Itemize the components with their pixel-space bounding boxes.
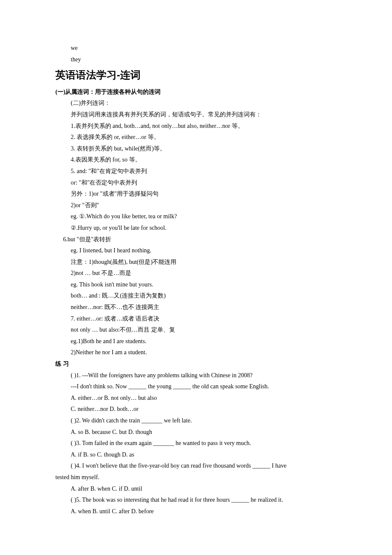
item-eg2: 2)Neither he nor I am a student. <box>55 347 349 358</box>
section-1-heading: (一)从属连词：用于连接各种从句的连词 <box>55 87 349 98</box>
q1-line1: ( )1. ---Will the foreigners have any pr… <box>55 370 349 382</box>
q3-line1: ( )3. Tom failed in the exam again _____… <box>55 438 349 449</box>
item-4: 4.表因果关系的 for, so 等。 <box>55 154 349 166</box>
pre-text-1: we <box>55 43 349 54</box>
q2-line1: ( )2. We didn't catch the train _______ … <box>55 415 349 427</box>
item-both-and: both… and : 既…又(连接主语为复数) <box>55 290 349 302</box>
item-6-note1: 注意：1)though(虽然), but(但是)不能连用 <box>55 257 349 268</box>
page-title: 英语语法学习-连词 <box>55 68 349 82</box>
item-6-eg2: eg. This book isn't mine but yours. <box>55 279 349 291</box>
item-5-eg1: eg. ①.Which do you like better, tea or m… <box>55 211 349 223</box>
item-6-note2: 2)not … but 不是…而是 <box>55 268 349 279</box>
q5-opts: A. when B. until C. after D. before <box>55 506 349 517</box>
pre-text-2: they <box>55 54 349 66</box>
item-not-only: not only … but also:不但…而且 定单、复 <box>55 324 349 336</box>
item-eg1: eg.1)Both he and I are students. <box>55 336 349 347</box>
practice-heading: 练 习 <box>55 358 349 370</box>
item-5-note2: 2)or "否则" <box>55 200 349 211</box>
item-6: 6.but "但是"表转折 <box>55 234 349 246</box>
item-2: 2. 表选择关系的 or, either…or 等。 <box>55 132 349 143</box>
q1-opts-ab: A. either…or B. not only… but also <box>55 393 349 404</box>
q2-opts: A. so B. because C. but D. though <box>55 427 349 438</box>
q4-opts: A. after B. when C. if D. until <box>55 483 349 495</box>
q1-line2: ---I don't think so. Now ______ the youn… <box>55 381 349 393</box>
item-1: 1.表并列关系的 and, both…and, not only…but als… <box>55 121 349 132</box>
para-intro: 并列连词用来连接具有并列关系的词，短语或句子。常见的并列连词有： <box>55 109 349 121</box>
section-2-heading: (二)并列连词： <box>55 98 349 109</box>
q5-line1: ( )5. The book was so interesting that h… <box>55 494 349 506</box>
item-5-eg2: ②.Hurry up, or you'll be late for school… <box>55 223 349 234</box>
item-neither-nor: neither…nor: 既不…也不 连接两主 <box>55 302 349 313</box>
item-6-eg: eg. I listened, but I heard nothing. <box>55 245 349 257</box>
q4-line1: ( )4. I won't believe that the five-year… <box>55 460 349 472</box>
item-5: 5. and: "和"在肯定句中表并列 <box>55 166 349 177</box>
q4-line1-cont: tested him myself. <box>55 472 349 483</box>
item-3: 3. 表转折关系的 but, while(然而)等。 <box>55 143 349 155</box>
item-5-note1: 另外：1)or "或者"用于选择疑问句 <box>55 188 349 200</box>
item-5-or: or: "和"在否定句中表并列 <box>55 177 349 189</box>
item-7: 7. either…or: 或者…或者 语后者决 <box>55 313 349 325</box>
q1-opts-cd: C. neither…nor D. both…or <box>55 404 349 415</box>
q3-opts: A. if B. so C. though D. as <box>55 449 349 461</box>
